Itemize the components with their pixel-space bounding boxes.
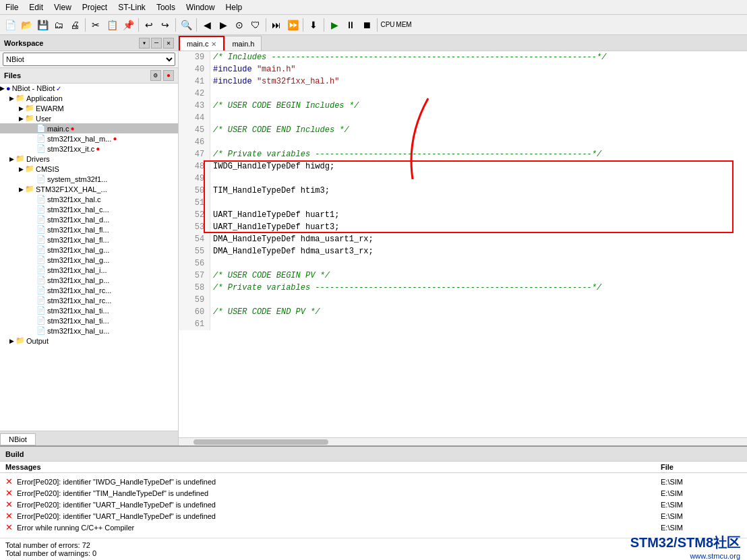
workspace-tab-nbiot[interactable]: NBiot [0,433,36,445]
tree-item-23[interactable]: 📄stm32f1xx_hal_ti... [0,315,178,325]
undo-btn[interactable]: ↩ [142,18,156,32]
run-btn[interactable]: ▶ [327,18,342,32]
line-code-13[interactable]: UART_HandleTypeDef huart1; [210,209,747,221]
tree-item-17[interactable]: 📄stm32f1xx_hal_g... [0,255,178,265]
line-code-22[interactable] [210,318,747,330]
workspace-select[interactable]: NBiot [3,53,175,66]
tree-item-24[interactable]: 📄stm32f1xx_hal_u... [0,325,178,336]
line-code-15[interactable]: DMA_HandleTypeDef hdma_usart1_rx; [210,233,747,245]
line-code-16[interactable]: DMA_HandleTypeDef hdma_usart3_rx; [210,245,747,257]
menu-edit[interactable]: Edit [24,1,49,13]
tree-item-3[interactable]: ▶📁User [0,113,178,123]
line-code-0[interactable]: /* Includes ----------------------------… [210,51,747,63]
tree-item-12[interactable]: 📄stm32f1xx_hal_c... [0,204,178,214]
tree-item-14[interactable]: 📄stm32f1xx_hal_fl... [0,224,178,235]
debug-btn[interactable]: 🛡 [248,18,263,32]
scrollbar-thumb[interactable] [193,439,328,445]
tree-item-7[interactable]: ▶📁Drivers [0,154,178,164]
horizontal-scrollbar[interactable] [179,437,747,445]
open-btn[interactable]: 📂 [19,18,34,32]
line-code-3[interactable] [210,88,747,100]
line-code-9[interactable]: IWDG_HandleTypeDef hiwdg; [210,160,747,173]
workspace-dropdown-btn[interactable]: ▾ [139,38,150,49]
paste-btn[interactable]: 📌 [121,18,136,32]
redo-btn[interactable]: ↪ [158,18,173,32]
build-row-2[interactable]: ✕ Error[Pe020]: identifier "UART_HandleT… [0,499,747,510]
print-btn[interactable]: 🖨 [67,18,82,32]
tree-item-8[interactable]: ▶📁CMSIS [0,164,178,174]
tab-1[interactable]: main.h [225,36,262,51]
menu-stlink[interactable]: ST-Link [113,1,151,13]
tree-item-4[interactable]: 📄main.c● [0,123,178,133]
cut-btn[interactable]: ✂ [88,18,103,32]
tree-item-16[interactable]: 📄stm32f1xx_hal_g... [0,245,178,255]
line-code-11[interactable]: TIM_HandleTypeDef htim3; [210,185,747,197]
toggle-bkpt-btn[interactable]: ⊙ [232,18,247,32]
copy-btn[interactable]: 📋 [104,18,119,32]
save-all-btn[interactable]: 🗂 [51,18,66,32]
line-code-12[interactable] [210,197,747,209]
tree-item-19[interactable]: 📄stm32f1xx_hal_p... [0,275,178,285]
line-code-18[interactable]: /* USER CODE BEGIN PV */ [210,270,747,282]
search-btn[interactable]: 🔍 [179,18,193,32]
line-code-1[interactable]: #include "main.h" [210,63,747,75]
menu-help[interactable]: Help [220,1,248,13]
line-code-19[interactable]: /* Private variables -------------------… [210,282,747,294]
line-code-2[interactable]: #include "stm32f1xx_hal.h" [210,75,747,88]
step-btn[interactable]: ⏭ [269,18,284,32]
build-row-1[interactable]: ✕ Error[Pe020]: identifier "TIM_HandleTy… [0,487,747,499]
files-settings-btn[interactable]: ⚙ [150,70,161,81]
nav-fwd-btn[interactable]: ▶ [216,18,231,32]
menu-tools[interactable]: Tools [151,1,181,13]
line-code-21[interactable]: /* USER CODE END PV */ [210,306,747,318]
line-code-17[interactable] [210,257,747,270]
menu-project[interactable]: Project [77,1,113,13]
menu-view[interactable]: View [49,1,77,13]
build-row-0[interactable]: ✕ Error[Pe020]: identifier "IWDG_HandleT… [0,476,747,487]
tree-item-10[interactable]: ▶📁STM32F1XX_HAL_... [0,184,178,194]
workspace-minimize-btn[interactable]: — [151,38,162,49]
reset-btn[interactable]: ⏹ [359,18,374,32]
line-code-8[interactable]: /* Private variables -------------------… [210,148,747,160]
menu-file[interactable]: File [0,1,24,13]
tree-item-20[interactable]: 📄stm32f1xx_hal_rc... [0,285,178,295]
line-code-7[interactable] [210,136,747,148]
files-dot-btn[interactable]: ● [163,70,174,81]
tree-item-5[interactable]: 📄stm32f1xx_hal_m...● [0,133,178,144]
build-row-4[interactable]: ✕ Error while running C/C++ Compiler E:\… [0,522,747,533]
tree-item-15[interactable]: 📄stm32f1xx_hal_fl... [0,235,178,245]
tree-item-11[interactable]: 📄stm32f1xx_hal.c [0,194,178,204]
new-btn[interactable]: 📄 [3,18,18,32]
stop-btn[interactable]: ⏸ [343,18,358,32]
tab-0[interactable]: main.c✕ [179,36,225,51]
mem-btn[interactable]: MEM [396,18,411,32]
tree-item-18[interactable]: 📄stm32f1xx_hal_i... [0,265,178,275]
tree-item-2[interactable]: ▶📁EWARM [0,103,178,113]
skip-btn[interactable]: ⏩ [285,18,300,32]
tree-item-13[interactable]: 📄stm32f1xx_hal_d... [0,214,178,224]
code-editor[interactable]: 39/* Includes --------------------------… [179,51,747,437]
tree-item-25[interactable]: ▶📁Output [0,336,178,346]
tab-close-0[interactable]: ✕ [211,40,216,48]
tree-item-1[interactable]: ▶📁Application [0,93,178,103]
tree-item-9[interactable]: 📄system_stm32f1... [0,174,178,184]
download-btn[interactable]: ⬇ [306,18,321,32]
line-code-4[interactable]: /* USER CODE BEGIN Includes */ [210,100,747,112]
chip-btn[interactable]: CPU [380,18,395,32]
tree-item-21[interactable]: 📄stm32f1xx_hal_rc... [0,295,178,305]
line-code-20[interactable] [210,294,747,306]
workspace-close-btn[interactable]: ✕ [163,38,174,49]
tree-item-6[interactable]: 📄stm32f1xx_it.c● [0,144,178,154]
line-code-10[interactable] [210,173,747,185]
tree-item-0[interactable]: ▶●NBiot - NBiot✓ [0,84,178,93]
nav-back-btn[interactable]: ◀ [200,18,214,32]
line-code-6[interactable]: /* USER CODE END Includes */ [210,124,747,136]
line-code-14[interactable]: UART_HandleTypeDef huart3; [210,221,747,233]
save-btn[interactable]: 💾 [35,18,50,32]
build-row-3[interactable]: ✕ Error[Pe020]: identifier "UART_HandleT… [0,510,747,522]
tree-item-22[interactable]: 📄stm32f1xx_hal_ti... [0,305,178,315]
tree-label: EWARM [36,104,64,113]
folder-icon: 📁 [25,185,34,193]
line-code-5[interactable] [210,112,747,124]
menu-window[interactable]: Window [181,1,220,13]
